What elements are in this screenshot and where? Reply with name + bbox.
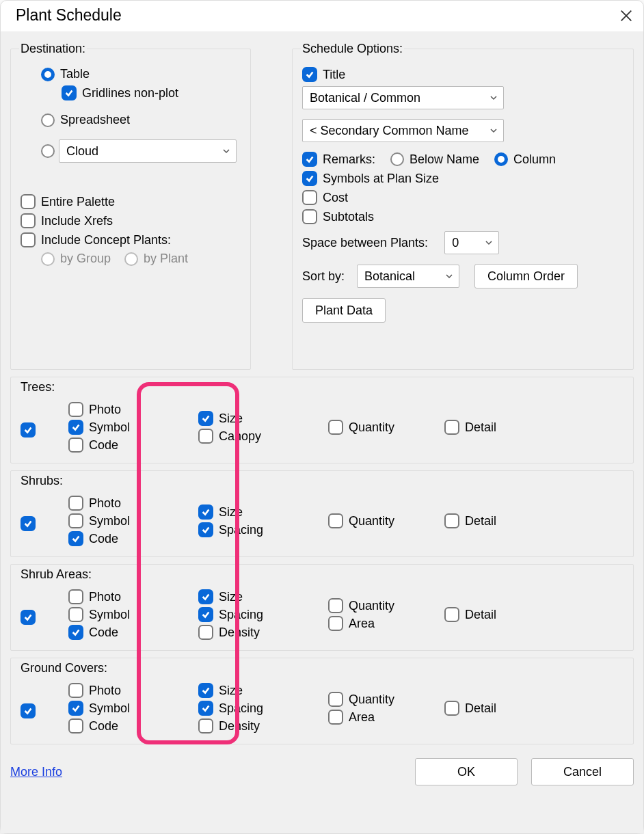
trees-photo-checkbox[interactable]: Photo: [68, 402, 198, 417]
checkbox-icon: [444, 513, 459, 528]
more-info-link[interactable]: More Info: [10, 765, 62, 779]
include-xrefs-checkbox[interactable]: Include Xrefs: [21, 213, 113, 228]
include-concept-plants-label: Include Concept Plants:: [41, 233, 171, 247]
checkbox-icon: [198, 625, 213, 640]
destination-spreadsheet-radio[interactable]: Spreadsheet: [41, 113, 130, 127]
entire-palette-checkbox[interactable]: Entire Palette: [21, 194, 115, 209]
checkbox-icon: [302, 152, 317, 167]
ground-covers-size-checkbox[interactable]: Size: [198, 683, 328, 698]
ground-covers-area-checkbox[interactable]: Area: [328, 710, 444, 725]
destination-table-label: Table: [60, 67, 90, 81]
shrub-areas-spacing-checkbox[interactable]: Spacing: [198, 607, 328, 622]
ground-covers-code-checkbox[interactable]: Code: [68, 718, 198, 734]
ground-covers-detail-checkbox[interactable]: Detail: [444, 701, 496, 716]
shrub-areas-code-checkbox[interactable]: Code: [68, 625, 198, 640]
shrub-areas-size-checkbox[interactable]: Size: [198, 589, 328, 604]
category-trees-size-col: Size Canopy: [198, 411, 328, 444]
space-between-plants-select[interactable]: 0: [444, 231, 499, 254]
shrub-areas-photo-checkbox-label: Photo: [89, 590, 121, 604]
trees-detail-checkbox[interactable]: Detail: [444, 420, 496, 435]
shrub-areas-density-checkbox[interactable]: Density: [198, 625, 328, 640]
gridlines-checkbox[interactable]: Gridlines non-plot: [62, 85, 178, 100]
ok-button[interactable]: OK: [415, 758, 518, 785]
trees-detail-checkbox-label: Detail: [465, 420, 496, 435]
category-ground-covers-psc-col: Photo Symbol Code: [62, 683, 198, 734]
destination-cloud-radio[interactable]: [41, 144, 55, 158]
cancel-button[interactable]: Cancel: [531, 758, 634, 785]
close-button[interactable]: [619, 8, 634, 23]
checkbox-icon: [198, 589, 213, 604]
category-shrub-areas: Shrub Areas: Photo Symbol Code Size Spac…: [10, 564, 634, 651]
shrubs-detail-checkbox[interactable]: Detail: [444, 513, 496, 528]
trees-symbol-checkbox[interactable]: Symbol: [68, 420, 198, 435]
category-ground-covers-detail-col: Detail: [444, 701, 623, 716]
shrubs-spacing-checkbox-label: Spacing: [219, 523, 263, 537]
shrubs-code-checkbox[interactable]: Code: [68, 531, 198, 546]
checkbox-icon: [328, 420, 343, 435]
entire-palette-label: Entire Palette: [41, 195, 115, 209]
concept-by-group-radio: by Group: [41, 252, 111, 266]
shrub-areas-quantity-checkbox[interactable]: Quantity: [328, 598, 444, 613]
close-icon: [619, 8, 634, 23]
include-concept-plants-checkbox[interactable]: Include Concept Plants:: [21, 232, 171, 247]
top-row: Destination: Table Gridlines non-plot: [10, 42, 634, 370]
shrub-areas-detail-checkbox[interactable]: Detail: [444, 607, 496, 622]
shrubs-quantity-checkbox[interactable]: Quantity: [328, 513, 444, 528]
shrub-areas-photo-checkbox[interactable]: Photo: [68, 589, 198, 604]
title-checkbox[interactable]: Title: [302, 67, 345, 82]
cost-checkbox[interactable]: Cost: [302, 190, 348, 205]
shrubs-spacing-checkbox[interactable]: Spacing: [198, 522, 328, 537]
shrubs-quantity-checkbox-label: Quantity: [349, 514, 394, 528]
checkbox-icon: [68, 402, 83, 417]
remarks-column-radio[interactable]: Column: [494, 152, 556, 167]
column-order-button[interactable]: Column Order: [474, 264, 578, 288]
name-style-select[interactable]: Botanical / Common: [302, 86, 504, 109]
symbols-plan-size-checkbox[interactable]: Symbols at Plan Size: [302, 171, 439, 186]
remarks-column-label: Column: [513, 152, 556, 167]
shrubs-photo-checkbox[interactable]: Photo: [68, 496, 198, 511]
category-trees-enable-col: [21, 417, 62, 438]
sort-by-label: Sort by:: [302, 269, 345, 284]
destination-table-radio[interactable]: Table: [41, 67, 90, 81]
checkbox-icon: [68, 513, 83, 528]
shrubs-size-checkbox[interactable]: Size: [198, 505, 328, 520]
plant-data-button[interactable]: Plant Data: [302, 298, 386, 323]
category-trees: Trees: Photo Symbol Code Size Canopy: [10, 377, 634, 463]
radio-icon: [41, 68, 55, 81]
secondary-name-select[interactable]: < Secondary Common Name: [302, 119, 504, 142]
trees-enable-checkbox[interactable]: [21, 422, 62, 438]
trees-canopy-checkbox[interactable]: Canopy: [198, 429, 328, 444]
chevron-down-icon: [489, 91, 498, 105]
trees-code-checkbox[interactable]: Code: [68, 438, 198, 453]
subtotals-checkbox[interactable]: Subtotals: [302, 209, 374, 224]
destination-cloud-select[interactable]: Cloud: [59, 139, 237, 163]
ground-covers-photo-checkbox[interactable]: Photo: [68, 683, 198, 698]
trees-quantity-checkbox[interactable]: Quantity: [328, 420, 444, 435]
destination-legend: Destination:: [19, 42, 87, 56]
checkbox-icon: [444, 420, 459, 435]
checkbox-icon: [198, 505, 213, 520]
checkbox-icon: [21, 194, 36, 209]
shrubs-detail-checkbox-label: Detail: [465, 514, 496, 528]
shrub-areas-symbol-checkbox[interactable]: Symbol: [68, 607, 198, 622]
shrub-areas-enable-checkbox[interactable]: [21, 610, 62, 625]
trees-size-checkbox[interactable]: Size: [198, 411, 328, 426]
ground-covers-spacing-checkbox-label: Spacing: [219, 701, 263, 716]
shrub-areas-quantity-checkbox-label: Quantity: [349, 599, 394, 613]
shrubs-symbol-checkbox[interactable]: Symbol: [68, 513, 198, 528]
ground-covers-photo-checkbox-label: Photo: [89, 684, 121, 698]
ground-covers-quantity-checkbox[interactable]: Quantity: [328, 692, 444, 707]
remarks-label: Remarks:: [323, 152, 375, 167]
ground-covers-enable-checkbox[interactable]: [21, 703, 62, 718]
shrub-areas-area-checkbox[interactable]: Area: [328, 616, 444, 631]
ground-covers-size-checkbox-label: Size: [219, 684, 243, 698]
ground-covers-symbol-checkbox[interactable]: Symbol: [68, 701, 198, 716]
remarks-checkbox[interactable]: Remarks:: [302, 152, 375, 167]
shrubs-enable-checkbox[interactable]: [21, 516, 62, 531]
sort-by-select[interactable]: Botanical: [357, 265, 459, 288]
checkbox-icon: [21, 213, 36, 228]
ground-covers-spacing-checkbox[interactable]: Spacing: [198, 701, 328, 716]
remarks-below-name-radio[interactable]: Below Name: [390, 152, 479, 167]
ground-covers-density-checkbox[interactable]: Density: [198, 718, 328, 734]
radio-icon: [124, 252, 138, 266]
